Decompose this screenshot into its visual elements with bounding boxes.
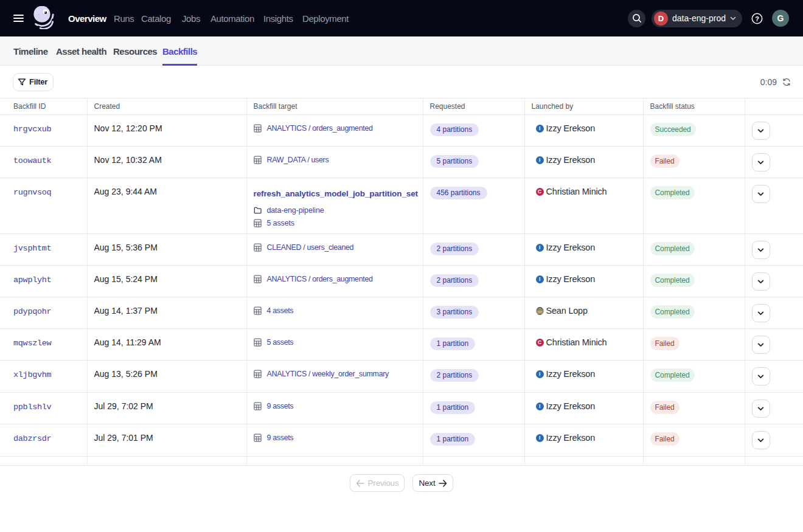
svg-text:?: ?	[755, 15, 759, 22]
